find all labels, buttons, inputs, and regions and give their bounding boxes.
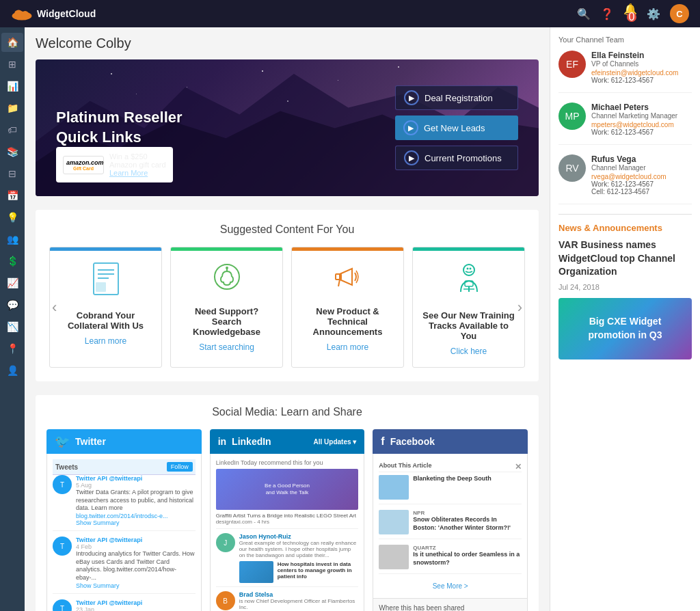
svg-point-16	[466, 268, 468, 270]
tweet-date: 23 Jan	[76, 606, 196, 611]
sidebar-item-tag[interactable]: 🏷	[1, 120, 23, 139]
card-link-support[interactable]: Start searching	[199, 342, 254, 352]
sidebar-item-bulb[interactable]: 💡	[1, 208, 23, 227]
team-member-michael: MP Michael Peters Channel Marketing Mana…	[558, 103, 692, 145]
svg-point-12	[226, 267, 228, 269]
sidebar-item-grid[interactable]: ⊞	[1, 55, 23, 74]
tweet-avatar: T	[53, 599, 72, 611]
tweet-link[interactable]: blog.twitter.com/2014/introdsc-e...	[76, 513, 196, 519]
tweet-handle: Twitter API @twitterapi	[76, 599, 196, 606]
article-source: QUARTZ	[413, 545, 522, 551]
member-cell-phone: Cell: 612-123-4567	[591, 188, 692, 195]
member-email[interactable]: efeinstein@widgetcloud.com	[591, 69, 692, 77]
sidebar-item-users[interactable]: 👥	[1, 230, 23, 249]
facebook-card: f Facebook About This Article ✕ Blanketi…	[373, 429, 528, 611]
team-member-ella: EF Ella Feinstein VP of Channels efeinst…	[558, 51, 692, 93]
content-card-cobrand: Cobrand Your Collateral With Us Learn mo…	[49, 247, 162, 368]
deal-registration-button[interactable]: ▶ Deal Registration	[395, 85, 518, 110]
member-info-ella: Ella Feinstein VP of Channels efeinstein…	[591, 51, 692, 84]
member-name: Ella Feinstein	[591, 51, 692, 60]
tweets-label: Tweets	[55, 463, 78, 471]
sidebar-item-dollar[interactable]: 💲	[1, 252, 23, 271]
facebook-see-more[interactable]: See More >	[379, 580, 522, 593]
card-link-announcements[interactable]: Learn more	[327, 342, 368, 352]
twitter-toolbar: Tweets Follow	[53, 459, 196, 475]
facebook-body: About This Article ✕ Blanketing the Deep…	[373, 454, 528, 599]
current-promotions-button[interactable]: ▶ Current Promotions	[395, 146, 518, 170]
card-link-training[interactable]: Click here	[450, 347, 487, 356]
linkedin-updates[interactable]: All Updates ▾	[314, 438, 357, 446]
tweet-text: Twitter Data Grants: A pilot program to …	[76, 489, 196, 513]
settings-icon[interactable]: ⚙️	[647, 8, 660, 21]
sidebar-item-table[interactable]: ⊟	[1, 164, 23, 183]
linkedin-avatar: B	[216, 591, 235, 610]
show-summary-link[interactable]: Show Summary	[76, 582, 196, 589]
linkedin-post: LinkedIn Today recommend this for you Be…	[216, 459, 359, 529]
amazon-learn-more-link[interactable]: Learn More	[109, 169, 148, 177]
main-layout: 🏠 ⊞ 📊 📁 🏷 📚 ⊟ 📅 💡 👥 💲 📈 💬 📉 📍 👤 Welcome …	[0, 27, 700, 611]
sidebar-item-bar-chart[interactable]: 📈	[1, 273, 23, 293]
tweet-content: Twitter API @twitterapi 23 Jan Introduci…	[76, 599, 196, 611]
sidebar-item-line-chart[interactable]: 📉	[1, 317, 23, 336]
show-summary-link[interactable]: Show Summary	[76, 519, 196, 526]
facebook-close-button[interactable]: ✕	[515, 462, 522, 472]
linkedin-post-text: Great example of technology can really e…	[239, 540, 359, 558]
member-email[interactable]: mpeters@widgetcloud.com	[591, 121, 692, 128]
article-source: NPR	[413, 510, 522, 516]
left-sidebar: 🏠 ⊞ 📊 📁 🏷 📚 ⊟ 📅 💡 👥 💲 📈 💬 📉 📍 👤	[0, 27, 25, 611]
promo-banner[interactable]: Big CXE Widget promotion in Q3	[558, 298, 692, 359]
help-icon[interactable]: ❓	[600, 8, 614, 21]
tweet-avatar: T	[53, 475, 72, 494]
sidebar-item-location[interactable]: 📍	[1, 339, 23, 358]
tweet-item: T Twitter API @twitterapi 4 Feb Introduc…	[53, 537, 196, 594]
sidebar-item-home[interactable]: 🏠	[1, 33, 23, 52]
member-email[interactable]: rvega@widgetcloud.com	[591, 173, 692, 180]
main-content-area: Welcome Colby Platinum Reseller Quick	[25, 27, 550, 611]
linkedin-image: Be a Good Personand Walk the Talk	[216, 469, 359, 510]
linkedin-post: J Jason Hynot-Ruiz Great example of tech…	[216, 533, 359, 587]
article-thumbnail	[379, 510, 409, 534]
news-section-title: News & Announcements	[558, 223, 692, 233]
sidebar-item-calendar[interactable]: 📅	[1, 186, 23, 205]
card-body-support: Need Support? Search Knowledgebase Start…	[171, 251, 282, 367]
social-media-section: Social Media: Learn and Share 🐦 Twitter …	[36, 395, 539, 611]
content-card-support: Need Support? Search Knowledgebase Start…	[170, 247, 283, 368]
sidebar-item-chat[interactable]: 💬	[1, 295, 23, 314]
article-thumbnail	[379, 475, 409, 500]
facebook-article: QUARTZ Is it unethical to order Seamless…	[379, 545, 522, 574]
card-title-announcements: New Product & Technical Announcements	[300, 306, 395, 337]
hero-title: Platinum Reseller Quick Links	[56, 108, 183, 147]
app-logo[interactable]: WidgetCloud	[11, 7, 96, 21]
twitter-body: Tweets Follow T Twitter API @twitterapi …	[46, 454, 202, 611]
twitter-follow-button[interactable]: Follow	[167, 462, 193, 472]
notifications-icon[interactable]: 🔔 0	[623, 3, 637, 25]
linkedin-post-text: is now Chief Development Officer at Flam…	[239, 598, 359, 610]
tweet-item: T Twitter API @twitterapi 5 Aug Twitter …	[53, 475, 196, 531]
sidebar-item-person[interactable]: 👤	[1, 361, 23, 380]
card-icon-document	[92, 262, 120, 302]
news-headline[interactable]: VAR Business names WidgetCloud top Chann…	[558, 239, 692, 279]
news-date: Jul 24, 2018	[558, 283, 692, 291]
member-name: Michael Peters	[591, 103, 692, 112]
linkedin-poster-name: Jason Hynot-Ruiz	[239, 533, 359, 540]
card-title-cobrand: Cobrand Your Collateral With Us	[58, 310, 153, 331]
member-avatar-ella: EF	[558, 51, 586, 78]
facebook-about-label: About This Article ✕	[379, 459, 522, 472]
member-work-phone: Work: 612-123-4567	[591, 180, 692, 188]
facebook-header: f Facebook	[373, 429, 528, 454]
carousel-left-arrow[interactable]: ‹	[52, 299, 57, 316]
search-icon[interactable]: 🔍	[577, 8, 591, 21]
svg-point-17	[469, 268, 471, 270]
sidebar-item-book[interactable]: 📚	[1, 142, 23, 161]
member-avatar-rufus: RV	[558, 154, 586, 182]
get-new-leads-button[interactable]: ▶ Get New Leads	[395, 116, 518, 140]
member-role: VP of Channels	[591, 60, 692, 68]
linkedin-post: B Brad Stelsa is now Chief Development O…	[216, 591, 359, 611]
user-avatar[interactable]: C	[670, 4, 689, 23]
linkedin-card: in LinkedIn All Updates ▾ LinkedIn Today…	[210, 429, 365, 611]
sidebar-item-chart[interactable]: 📊	[1, 77, 23, 96]
carousel-right-arrow[interactable]: ›	[517, 299, 522, 316]
article-info: QUARTZ Is it unethical to order Seamless…	[413, 545, 522, 569]
card-link-cobrand[interactable]: Learn more	[85, 336, 126, 346]
sidebar-item-folder[interactable]: 📁	[1, 98, 23, 118]
